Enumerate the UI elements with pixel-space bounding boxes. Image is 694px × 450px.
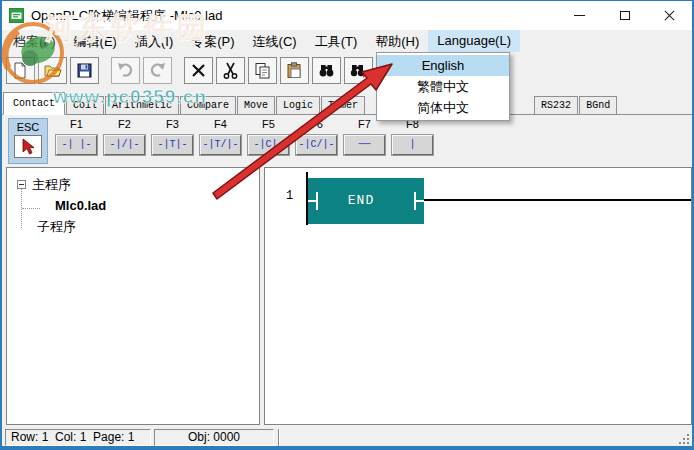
menu-item-file[interactable]: 档案(F) (4, 30, 65, 52)
paste-button[interactable] (280, 57, 309, 84)
fkey-f4-button[interactable]: -|T/|- (200, 135, 241, 155)
menu-item-connection[interactable]: 连线(C) (244, 30, 306, 52)
instruction-tab-bar: Contact Coil Arithmetic Compare Move Log… (2, 88, 692, 115)
paste-icon (285, 61, 304, 80)
fkey-buttons: F1-| |- F2-|/|- F3-|T|- F4-|T/|- F5-|C|-… (56, 118, 433, 155)
cut-button[interactable] (216, 57, 245, 84)
tree-item-mlc0-file[interactable]: Mlc0.lad (55, 198, 106, 213)
tab-bgnd[interactable]: BGnd (579, 96, 617, 114)
fkey-f2-label: F2 (104, 118, 145, 135)
menu-item-insert[interactable]: 插入(I) (126, 30, 182, 52)
ladder-end-block[interactable]: END (308, 178, 424, 224)
tab-rs232[interactable]: RS232 (534, 96, 578, 114)
toolbar (2, 52, 692, 88)
tree-collapse-icon[interactable] (17, 180, 26, 189)
menu-item-edit[interactable]: 编辑(E) (65, 30, 126, 52)
function-key-row: ESC F1-| |- F2-|/|- F3-|T|- F4-|T/|- F5-… (2, 115, 692, 167)
cursor-tool-box (14, 135, 42, 158)
esc-select-tool[interactable]: ESC (8, 118, 48, 164)
status-bar: Row: 1 Col: 1 Page: 1 Obj: 0000 (2, 429, 692, 446)
redo-icon (148, 61, 167, 80)
fkey-f6-label: F6 (296, 118, 337, 135)
delete-icon (189, 61, 208, 80)
tab-contact[interactable]: Contact (3, 92, 65, 115)
ladder-rung-number: 1 (286, 189, 293, 203)
tab-move[interactable]: Move (237, 96, 275, 114)
close-button[interactable] (647, 1, 692, 30)
status-divider (278, 429, 280, 446)
new-file-button[interactable] (6, 57, 35, 84)
open-file-button[interactable] (38, 57, 67, 84)
menu-item-project[interactable]: 专案(P) (182, 30, 243, 52)
copy-button[interactable] (248, 57, 277, 84)
undo-button[interactable] (111, 57, 140, 84)
find-icon (317, 61, 336, 80)
ladder-wire (424, 199, 691, 201)
open-file-icon (43, 61, 62, 80)
tree-connector-line (22, 208, 40, 209)
minimize-button[interactable] (557, 1, 602, 30)
tree-item-main-program[interactable]: 主程序 (32, 176, 71, 194)
tab-timer[interactable]: Timer (321, 96, 365, 114)
window-controls (557, 1, 692, 30)
tab-coil[interactable]: Coil (66, 96, 104, 114)
find-next-button[interactable] (344, 57, 373, 84)
find-next-icon (349, 61, 368, 80)
fkey-f1-label: F1 (56, 118, 97, 135)
save-button[interactable] (70, 57, 99, 84)
tab-logic[interactable]: Logic (276, 96, 320, 114)
new-file-icon (11, 61, 30, 80)
language-menu-item-traditional-chinese[interactable]: 繁體中文 (377, 76, 509, 97)
ladder-editor-panel: 1 END (264, 167, 692, 425)
menu-item-language[interactable]: Language(L) (428, 30, 520, 52)
fkey-f4-label: F4 (200, 118, 241, 135)
menu-item-tools[interactable]: 工具(T) (306, 30, 367, 52)
fkey-f7-button[interactable]: ── (344, 135, 385, 155)
project-tree-panel: 主程序 Mlc0.lad 子程序 (6, 167, 260, 425)
resize-grip[interactable] (687, 442, 689, 444)
maximize-icon (620, 11, 630, 20)
fkey-f6-button[interactable]: -|C/|- (296, 135, 337, 155)
fkey-f2-button[interactable]: -|/|- (104, 135, 145, 155)
language-menu-item-simplified-chinese[interactable]: 简体中文 (377, 97, 509, 118)
end-block-label: END (308, 193, 414, 208)
tab-arithmetic[interactable]: Arithmetic (105, 96, 179, 114)
minimize-icon (574, 15, 585, 16)
find-button[interactable] (312, 57, 341, 84)
fkey-f5-button[interactable]: -|C|- (248, 135, 289, 155)
redo-button[interactable] (143, 57, 172, 84)
menu-bar: 档案(F) 编辑(E) 插入(I) 专案(P) 连线(C) 工具(T) 帮助(H… (2, 30, 692, 52)
fkey-f5-label: F5 (248, 118, 289, 135)
title-bar: OpenPLC阶梯编辑程序 -Mlc0.lad (2, 1, 692, 30)
window-title: OpenPLC阶梯编辑程序 -Mlc0.lad (31, 7, 222, 25)
tree-item-sub-program[interactable]: 子程序 (37, 218, 76, 236)
status-object: Obj: 0000 (154, 429, 274, 446)
tab-compare[interactable]: Compare (180, 96, 236, 114)
undo-icon (116, 61, 135, 80)
fkey-f8-button[interactable]: | (392, 135, 433, 155)
status-position: Row: 1 Col: 1 Page: 1 (5, 429, 151, 446)
copy-icon (253, 61, 272, 80)
fkey-f3-button[interactable]: -|T|- (152, 135, 193, 155)
language-menu-item-english[interactable]: English (377, 55, 509, 76)
app-icon (9, 8, 24, 23)
block-right-terminal-icon (416, 200, 424, 202)
close-icon (663, 9, 676, 22)
maximize-button[interactable] (602, 1, 647, 30)
project-tree: 主程序 Mlc0.lad 子程序 (7, 168, 259, 237)
esc-label: ESC (9, 121, 47, 133)
fkey-f3-label: F3 (152, 118, 193, 135)
app-window: OpenPLC阶梯编辑程序 -Mlc0.lad 档案(F) 编辑(E) 插入(I… (0, 0, 694, 450)
fkey-f1-button[interactable]: -| |- (56, 135, 97, 155)
menu-item-help[interactable]: 帮助(H) (366, 30, 428, 52)
save-icon (75, 61, 94, 80)
delete-button[interactable] (184, 57, 213, 84)
language-menu: English 繁體中文 简体中文 (376, 52, 510, 121)
cut-icon (221, 61, 240, 80)
select-cursor-icon (21, 138, 36, 155)
